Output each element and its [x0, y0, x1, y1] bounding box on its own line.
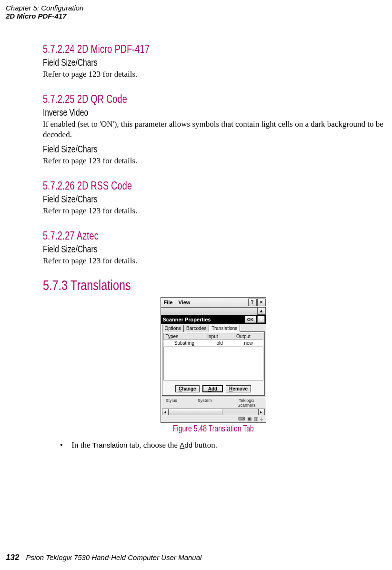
title-bar-text: Scanner Properties	[163, 317, 211, 322]
remove-button[interactable]: Remove	[226, 385, 251, 392]
col-input[interactable]: Input	[205, 333, 234, 340]
col-output[interactable]: Output	[234, 333, 263, 340]
cell-output: new	[234, 340, 263, 346]
scroll-left-button[interactable]: ◂	[162, 409, 169, 415]
menu-bar: File View ? ×	[161, 297, 266, 308]
add-button[interactable]: Add	[202, 385, 223, 392]
tab-barcodes[interactable]: Barcodes	[183, 325, 209, 332]
horizontal-scrollbar[interactable]: ◂ ▸	[162, 409, 265, 415]
scroll-track[interactable]	[169, 409, 258, 415]
header-chapter: Chapter 5: Configuration	[6, 4, 386, 12]
bullet-instruction: • In the Translation tab, choose the Add…	[60, 440, 383, 450]
subheading-field-size: Field Size/Chars	[43, 57, 309, 68]
page-number: 132	[6, 553, 19, 562]
figure-wrapper: File View ? × ▲ Scanner Properties OK ×	[43, 297, 383, 434]
title-bar: Scanner Properties OK ×	[161, 315, 266, 324]
heading-5-7-2-26: 5.7.2.26 2D RSS Code	[43, 180, 309, 192]
bullet-text-mid2: tab, choose the	[127, 440, 180, 450]
scanner-properties-window: File View ? × ▲ Scanner Properties OK ×	[161, 297, 266, 423]
menu-view[interactable]: View	[175, 299, 193, 306]
button-row: Change Add Remove	[163, 385, 263, 392]
bullet-text-pre: In the	[71, 440, 92, 450]
body-text: Refer to page 123 for details.	[43, 156, 383, 166]
footer-text: Psion Teklogix 7530 Hand-Held Computer U…	[26, 553, 202, 561]
scroll-right-button[interactable]: ▸	[258, 409, 265, 415]
subheading-field-size: Field Size/Chars	[43, 144, 309, 155]
heading-5-7-2-27: 5.7.2.27 Aztec	[43, 230, 309, 242]
subheading-field-size: Field Size/Chars	[43, 244, 309, 255]
label-stylus: Stylus	[166, 398, 178, 408]
translations-table[interactable]: Types Input Output Substring old new	[163, 333, 263, 347]
body-text: Refer to page 123 for details.	[43, 206, 383, 216]
bullet-text-translation: Translation	[92, 441, 128, 449]
col-types[interactable]: Types	[163, 333, 205, 340]
table-header-row: Types Input Output	[163, 333, 263, 340]
subheading-inverse-video: Inverse Video	[43, 107, 309, 118]
system-tray[interactable]: ⌨ ▣ ▥ ⏚	[162, 415, 265, 421]
heading-5-7-2-24: 5.7.2.24 2D Micro PDF-417	[43, 43, 309, 56]
menu-file[interactable]: File	[161, 299, 176, 306]
list-empty-area	[163, 347, 263, 380]
bullet-dot: •	[60, 440, 70, 450]
body-text: If enabled (set to 'ON'), this parameter…	[43, 119, 383, 140]
change-button[interactable]: Change	[175, 385, 200, 392]
header-topic: 2D Micro PDF-417	[6, 12, 386, 20]
bullet-text-add: Add	[180, 441, 192, 449]
page-footer: 132 Psion Teklogix 7530 Hand-Held Comput…	[6, 553, 201, 562]
tab-options[interactable]: Options	[162, 325, 184, 332]
label-teklogix-scanners: Teklogix Scanners	[232, 398, 261, 408]
cell-types: Substring	[163, 340, 205, 346]
help-button[interactable]: ?	[248, 299, 257, 306]
desktop-icon-strip: Stylus System Teklogix Scanners ◂ ▸ ⌨ ▣ …	[161, 397, 266, 423]
body-text: Refer to page 123 for details.	[43, 256, 383, 266]
subheading-field-size: Field Size/Chars	[43, 194, 309, 205]
running-header: Chapter 5: Configuration 2D Micro PDF-41…	[0, 0, 392, 20]
tab-translations[interactable]: Translations	[209, 325, 240, 332]
dialog-panel: Options Barcodes Translations Types Inpu…	[161, 324, 266, 397]
tab-strip: Options Barcodes Translations	[162, 325, 265, 332]
bullet-text-post: button.	[192, 440, 217, 450]
page-content: 5.7.2.24 2D Micro PDF-417 Field Size/Cha…	[0, 20, 392, 450]
scroll-up-button[interactable]: ▲	[257, 308, 266, 315]
ok-button[interactable]: OK	[245, 316, 256, 323]
figure-caption: Figure 5.48 Translation Tab	[173, 424, 254, 434]
close-button[interactable]: ×	[257, 299, 266, 306]
heading-5-7-2-25: 5.7.2.25 2D QR Code	[43, 93, 309, 106]
tab-body: Types Input Output Substring old new Cha…	[162, 331, 265, 396]
table-row[interactable]: Substring old new	[163, 340, 263, 346]
label-system: System	[198, 398, 212, 408]
scroll-thumb[interactable]	[169, 409, 223, 415]
toolbar-row: ▲	[161, 308, 266, 315]
heading-5-7-3: 5.7.3 Translations	[43, 277, 309, 293]
close-icon[interactable]: ×	[257, 316, 265, 323]
body-text: Refer to page 123 for details.	[43, 69, 383, 80]
cell-input: old	[205, 340, 234, 346]
